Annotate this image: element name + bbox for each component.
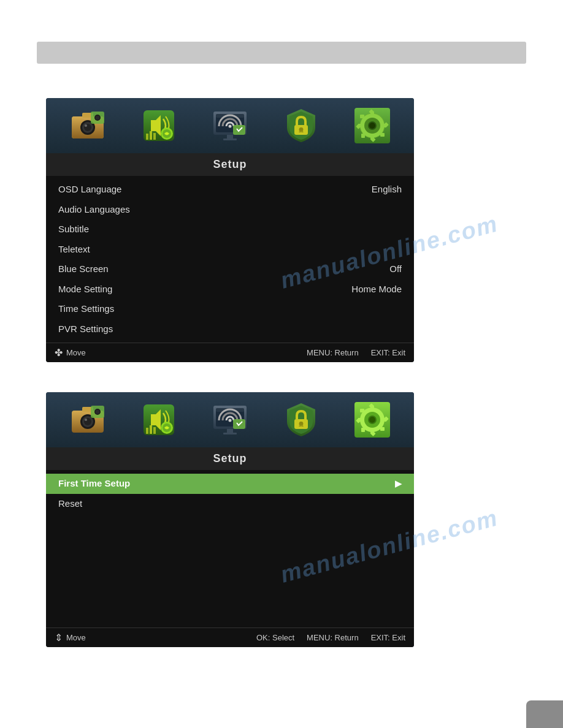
- menu-row-mode-setting[interactable]: Mode Setting Home Mode: [46, 279, 414, 300]
- svg-text:Ω: Ω: [299, 127, 304, 134]
- lock-icon-2[interactable]: Ω: [277, 399, 326, 441]
- first-time-setup-label: First Time Setup: [58, 477, 130, 491]
- menu-box-2: Ω: [46, 392, 414, 647]
- svg-rect-20: [227, 135, 233, 138]
- svg-rect-39: [360, 115, 364, 118]
- menu-row-empty-2: [46, 532, 414, 550]
- blue-screen-label: Blue Screen: [58, 262, 109, 276]
- mode-setting-value: Home Mode: [351, 282, 402, 297]
- svg-point-43: [369, 123, 375, 129]
- svg-rect-35: [380, 133, 385, 137]
- svg-point-19: [229, 125, 232, 128]
- svg-rect-56: [150, 425, 152, 434]
- svg-rect-79: [361, 428, 365, 432]
- menu2-items: First Time Setup ▶ Reset: [46, 470, 414, 628]
- top-bar: [37, 42, 526, 64]
- svg-point-49: [85, 419, 87, 421]
- footer2-exit: EXIT: Exit: [371, 633, 405, 642]
- footer1-left: ✤ Move: [55, 347, 86, 358]
- svg-text:Ω: Ω: [299, 421, 304, 428]
- menu-row-empty-1: [46, 514, 414, 532]
- footer2-move-label: Move: [66, 633, 86, 642]
- subtitle-label: Subtitle: [58, 222, 89, 237]
- footer2-right: OK: Select MENU: Return EXIT: Exit: [256, 633, 405, 642]
- menu-box-1: Ω: [46, 98, 414, 362]
- svg-rect-12: [146, 134, 148, 140]
- footer1-move-label: Move: [66, 348, 86, 357]
- blue-screen-value: Off: [389, 262, 402, 276]
- menu-row-osd-language[interactable]: OSD Language English: [46, 180, 414, 200]
- svg-rect-57: [153, 427, 156, 434]
- audio-icon-2[interactable]: [134, 399, 183, 441]
- menu-row-empty-3: [46, 550, 414, 569]
- icon-bar-1: Ω: [46, 98, 414, 153]
- svg-rect-55: [146, 428, 148, 434]
- svg-rect-21: [223, 138, 237, 140]
- pvr-settings-label: PVR Settings: [58, 322, 113, 336]
- icon-bar-2: Ω: [46, 392, 414, 447]
- menu1-footer: ✤ Move MENU: Return EXIT: Exit: [46, 343, 414, 362]
- svg-rect-63: [227, 429, 233, 433]
- time-settings-label: Time Settings: [58, 302, 114, 316]
- menu-row-empty-6: [46, 605, 414, 624]
- footer2-left: ⇕ Move: [55, 632, 86, 643]
- menu-row-first-time-setup[interactable]: First Time Setup ▶: [46, 474, 414, 494]
- menu1-title: Setup: [46, 153, 414, 176]
- svg-rect-37: [361, 134, 365, 138]
- menu1-items: OSD Language English Audio Languages Sub…: [46, 176, 414, 343]
- menu2-footer: ⇕ Move OK: Select MENU: Return EXIT: Exi…: [46, 628, 414, 647]
- svg-point-9: [96, 116, 100, 120]
- svg-point-6: [85, 124, 87, 127]
- settings-icon[interactable]: [348, 105, 397, 146]
- svg-rect-14: [153, 133, 156, 140]
- footer1-right: MENU: Return EXIT: Exit: [307, 348, 405, 357]
- footer2-menu-return: MENU: Return: [307, 633, 359, 642]
- menu-row-reset[interactable]: Reset: [46, 494, 414, 514]
- menu-row-teletext[interactable]: Teletext: [46, 240, 414, 260]
- footer1-menu-return: MENU: Return: [307, 348, 359, 357]
- network-icon-2[interactable]: [205, 399, 255, 441]
- audio-languages-label: Audio Languages: [58, 203, 130, 217]
- osd-language-label: OSD Language: [58, 183, 121, 197]
- teletext-label: Teletext: [58, 243, 90, 257]
- menu-row-empty-4: [46, 569, 414, 587]
- move-arrows-icon: ✤: [55, 347, 63, 358]
- svg-rect-81: [360, 409, 364, 412]
- audio-icon[interactable]: [134, 105, 183, 146]
- menu-row-empty-5: [46, 587, 414, 605]
- svg-point-85: [369, 417, 375, 423]
- menu-row-audio-languages[interactable]: Audio Languages: [46, 200, 414, 220]
- osd-language-value: English: [372, 183, 402, 197]
- mode-setting-label: Mode Setting: [58, 282, 112, 297]
- footer1-exit: EXIT: Exit: [371, 348, 405, 357]
- settings-icon-2[interactable]: [348, 399, 397, 441]
- svg-rect-22: [216, 114, 244, 118]
- menu-row-subtitle[interactable]: Subtitle: [46, 219, 414, 240]
- lock-icon[interactable]: Ω: [277, 105, 326, 146]
- corner-tab: [526, 700, 563, 728]
- svg-rect-65: [216, 408, 244, 412]
- svg-rect-77: [380, 427, 385, 431]
- menu-row-blue-screen[interactable]: Blue Screen Off: [46, 259, 414, 279]
- svg-rect-64: [223, 433, 237, 434]
- footer2-ok-select: OK: Select: [256, 633, 294, 642]
- reset-label: Reset: [58, 497, 82, 511]
- svg-point-52: [96, 410, 100, 414]
- first-time-setup-arrow: ▶: [395, 477, 402, 490]
- network-icon[interactable]: [205, 105, 255, 146]
- menu2-title: Setup: [46, 447, 414, 470]
- menu-row-pvr-settings[interactable]: PVR Settings: [46, 319, 414, 339]
- move-updown-icon: ⇕: [55, 632, 63, 643]
- camera-icon[interactable]: [63, 105, 112, 146]
- svg-rect-13: [150, 131, 152, 140]
- camera-icon-2[interactable]: [63, 399, 112, 441]
- menu-row-time-settings[interactable]: Time Settings: [46, 299, 414, 319]
- svg-point-62: [229, 419, 232, 422]
